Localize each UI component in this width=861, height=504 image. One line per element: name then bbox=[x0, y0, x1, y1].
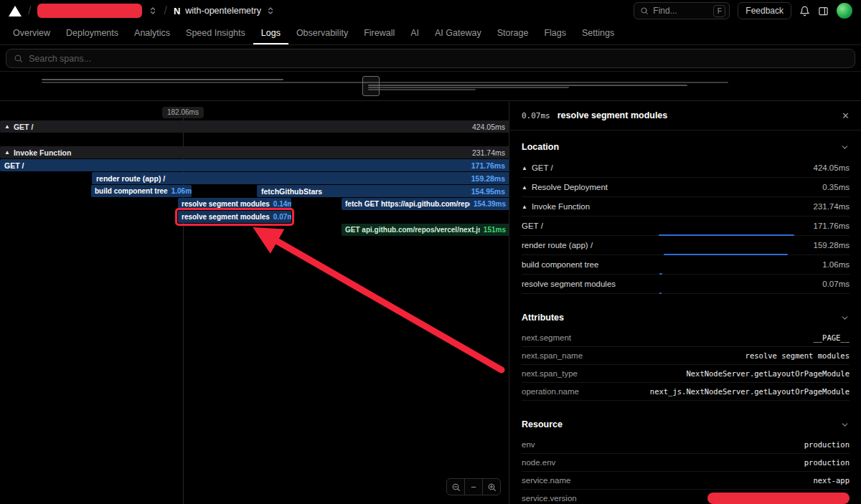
docs-panel-icon[interactable] bbox=[818, 6, 829, 16]
resource-value: next-app bbox=[813, 476, 850, 485]
time-marker-label: 182.06ms bbox=[162, 107, 204, 118]
search-icon bbox=[14, 54, 23, 63]
location-section-header[interactable]: Location bbox=[510, 133, 861, 158]
resource-section-header[interactable]: Resource bbox=[510, 411, 861, 436]
attribute-key: next.span_name bbox=[522, 351, 583, 360]
location-row[interactable]: resolve segment modules 0.07ms bbox=[522, 275, 850, 294]
span-label: fetch GET https://api.github.com/repos/v bbox=[345, 200, 470, 208]
close-icon[interactable]: ✕ bbox=[842, 110, 850, 121]
span-bar-fetch-github-stars[interactable]: fetchGithubStars 154.95ms bbox=[257, 185, 509, 197]
tab-settings[interactable]: Settings bbox=[574, 22, 622, 44]
project-nav-tabs: Overview Deployments Analytics Speed Ins… bbox=[0, 22, 861, 45]
resource-row: env production bbox=[522, 436, 850, 454]
zoom-in-button[interactable] bbox=[482, 479, 500, 495]
deployment-triangle-icon: ▲ bbox=[4, 150, 10, 156]
span-search-field[interactable] bbox=[6, 49, 855, 68]
minimap-span-bar bbox=[368, 85, 687, 86]
feedback-button[interactable]: Feedback bbox=[738, 2, 791, 19]
tab-deployments[interactable]: Deployments bbox=[58, 22, 126, 44]
resource-value-redacted bbox=[707, 493, 850, 504]
magnifier-minus-icon bbox=[451, 482, 461, 492]
span-bar-build-component-tree[interactable]: build component tree 1.06ms bbox=[91, 185, 192, 197]
span-duration: 0.14ms bbox=[273, 200, 291, 208]
span-bar-fetch-get[interactable]: fetch GET https://api.github.com/repos/v… bbox=[342, 198, 509, 210]
zoom-out-button[interactable] bbox=[447, 479, 464, 495]
location-label: resolve segment modules bbox=[522, 280, 616, 288]
location-label: build component tree bbox=[522, 260, 598, 269]
tab-analytics[interactable]: Analytics bbox=[126, 22, 178, 44]
attribute-value: __PAGE__ bbox=[813, 333, 850, 342]
attribute-key: next.span_type bbox=[522, 369, 578, 378]
location-duration: 159.28ms bbox=[813, 241, 850, 249]
span-label: resolve segment modules bbox=[182, 200, 270, 208]
attribute-key: operation.name bbox=[522, 387, 579, 396]
location-row[interactable]: ▲Resolve Deployment 0.35ms bbox=[522, 178, 850, 197]
project-breadcrumb[interactable]: N with-opentelemetry bbox=[174, 6, 275, 16]
tab-flags[interactable]: Flags bbox=[536, 22, 574, 44]
annotation-highlight-box bbox=[175, 208, 294, 226]
deployment-triangle-icon: ▲ bbox=[522, 165, 527, 171]
location-row[interactable]: ▲GET / 424.05ms bbox=[522, 158, 850, 178]
span-label: GET api.github.com/repos/vercel/next.js bbox=[345, 226, 480, 234]
notifications-bell-icon[interactable] bbox=[799, 6, 810, 16]
tab-speed-insights[interactable]: Speed Insights bbox=[178, 22, 253, 44]
vercel-logo-icon[interactable] bbox=[9, 6, 22, 16]
breadcrumb-slash: / bbox=[28, 4, 31, 17]
find-shortcut-key: F bbox=[713, 5, 725, 17]
location-duration: 424.05ms bbox=[813, 163, 850, 172]
resource-row: service.name next-app bbox=[522, 472, 850, 490]
find-search[interactable]: F bbox=[634, 2, 730, 19]
details-header: 0.07ms resolve segment modules ✕ bbox=[510, 101, 861, 130]
location-duration: 1.06ms bbox=[822, 260, 850, 269]
tab-firewall[interactable]: Firewall bbox=[356, 22, 403, 44]
zoom-reset-button[interactable]: − bbox=[464, 479, 482, 495]
section-title: Location bbox=[522, 142, 559, 152]
tab-overview[interactable]: Overview bbox=[5, 22, 58, 44]
span-bar-get-root[interactable]: ▲ GET / 424.05ms bbox=[0, 120, 509, 133]
resource-key: node.env bbox=[522, 458, 555, 467]
attributes-section-header[interactable]: Attributes bbox=[510, 304, 861, 329]
project-switcher-icon[interactable] bbox=[266, 6, 275, 15]
minimap-viewport-handle[interactable] bbox=[362, 76, 380, 96]
attributes-section: Attributes next.segment __PAGE__ next.sp… bbox=[510, 304, 861, 401]
find-input[interactable] bbox=[653, 6, 709, 16]
chevron-down-icon bbox=[840, 143, 850, 152]
trace-minimap bbox=[0, 72, 861, 101]
tab-ai[interactable]: AI bbox=[403, 22, 427, 44]
minimap-span-bar bbox=[42, 82, 728, 83]
team-name-redacted[interactable] bbox=[37, 4, 142, 18]
tab-ai-gateway[interactable]: AI Gateway bbox=[427, 22, 489, 44]
tab-storage[interactable]: Storage bbox=[489, 22, 537, 44]
attribute-row: next.segment __PAGE__ bbox=[522, 329, 850, 347]
tab-observability[interactable]: Observability bbox=[288, 22, 356, 44]
span-search-input[interactable] bbox=[29, 54, 847, 64]
location-row[interactable]: render route (app) / 159.28ms bbox=[522, 236, 850, 255]
span-label: GET / bbox=[4, 161, 24, 170]
span-label: fetchGithubStars bbox=[261, 187, 322, 196]
span-label: Invoke Function bbox=[14, 148, 72, 157]
project-logo-icon: N bbox=[174, 6, 180, 16]
span-bar-invoke-function[interactable]: ▲ Invoke Function 231.74ms bbox=[0, 146, 509, 158]
location-row[interactable]: GET / 171.76ms bbox=[522, 217, 850, 236]
tab-logs[interactable]: Logs bbox=[253, 22, 288, 44]
top-bar-actions: F Feedback bbox=[634, 2, 852, 19]
selected-span-duration: 0.07ms bbox=[522, 111, 550, 120]
span-bar-get-api-github[interactable]: GET api.github.com/repos/vercel/next.js … bbox=[342, 224, 509, 236]
span-bar-get[interactable]: GET / 171.76ms bbox=[0, 159, 509, 171]
span-duration: 154.95ms bbox=[471, 187, 505, 196]
team-switcher-icon[interactable] bbox=[149, 6, 157, 15]
project-name: with-opentelemetry bbox=[185, 6, 261, 16]
resource-row: node.env production bbox=[522, 454, 850, 472]
location-row[interactable]: ▲Invoke Function 231.74ms bbox=[522, 197, 850, 217]
span-bar-render-route[interactable]: render route (app) / 159.28ms bbox=[92, 172, 509, 184]
span-duration: 231.74ms bbox=[472, 148, 505, 157]
search-icon bbox=[640, 6, 649, 15]
trace-waterfall: 182.06ms ▲ GET / 424.05ms ▲ Invoke Funct… bbox=[0, 101, 509, 504]
attribute-value: NextNodeServer.getLayoutOrPageModule bbox=[686, 369, 850, 378]
location-duration: 171.76ms bbox=[813, 222, 850, 230]
attribute-value: resolve segment modules bbox=[745, 351, 850, 360]
span-search-bar bbox=[0, 45, 861, 72]
deployment-triangle-icon: ▲ bbox=[522, 184, 527, 191]
user-avatar[interactable] bbox=[837, 3, 852, 19]
location-row[interactable]: build component tree 1.06ms bbox=[522, 255, 850, 275]
